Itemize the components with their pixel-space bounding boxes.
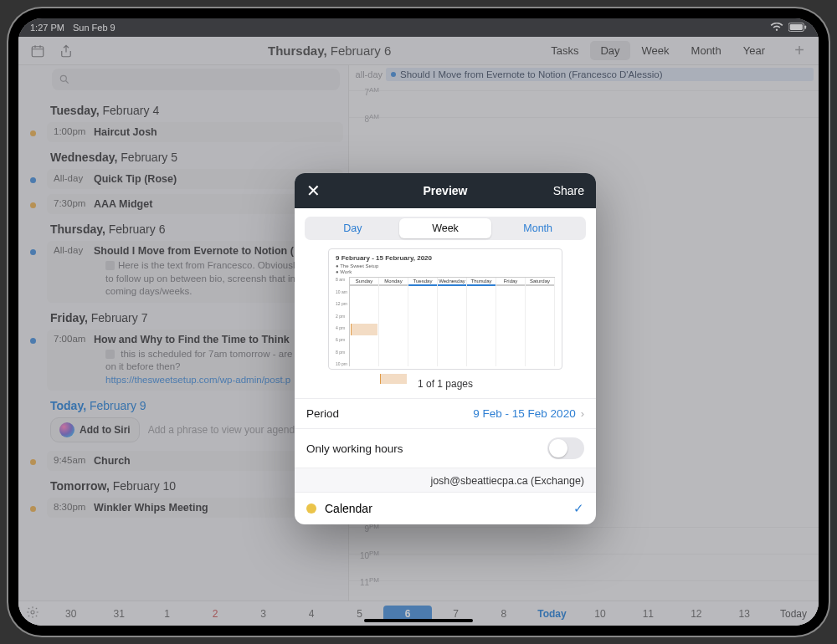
print-preview-thumbnail: 9 February - 15 February, 2020 ● The Swe… bbox=[328, 248, 562, 370]
preview-modal: ✕ Preview Share DayWeekMonth 9 February … bbox=[295, 173, 596, 524]
calendar-color-icon bbox=[306, 503, 316, 514]
close-icon[interactable]: ✕ bbox=[306, 181, 321, 201]
modal-title: Preview bbox=[424, 184, 468, 197]
check-icon: ✓ bbox=[573, 501, 584, 516]
seg-week[interactable]: Week bbox=[399, 218, 492, 238]
page-indicator: 1 of 1 pages bbox=[295, 373, 596, 398]
working-hours-toggle[interactable] bbox=[547, 437, 584, 459]
period-row[interactable]: Period 9 Feb - 15 Feb 2020› bbox=[295, 398, 596, 428]
range-segmented-control[interactable]: DayWeekMonth bbox=[305, 217, 586, 240]
working-hours-row[interactable]: Only working hours bbox=[295, 428, 596, 468]
calendar-name: Calendar bbox=[325, 502, 372, 515]
seg-month[interactable]: Month bbox=[491, 218, 584, 238]
share-button[interactable]: Share bbox=[553, 184, 584, 197]
home-indicator bbox=[364, 619, 473, 622]
seg-day[interactable]: Day bbox=[306, 218, 399, 238]
account-header: josh@sbeattiecpa.ca (Exchange) bbox=[295, 468, 596, 492]
chevron-right-icon: › bbox=[581, 407, 584, 420]
calendar-row[interactable]: Calendar✓ bbox=[295, 492, 596, 524]
